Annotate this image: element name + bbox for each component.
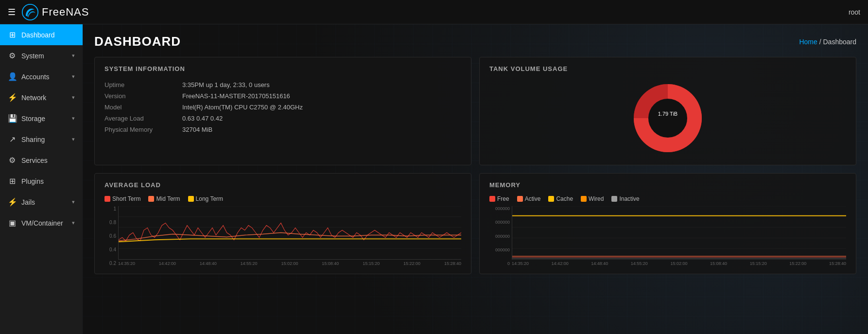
sidebar-label-plugins: Plugins bbox=[21, 177, 75, 185]
sidebar-label-vm: VM/Container bbox=[21, 219, 67, 227]
sidebar-label-storage: Storage bbox=[21, 115, 67, 123]
sysinfo-field-value: FreeNAS-11-MASTER-201705151616 bbox=[182, 90, 461, 102]
sidebar: ⊞ Dashboard ⚙ System ▾ 👤 Accounts ▾ ⚡ Ne… bbox=[0, 24, 83, 334]
sysinfo-row: Physical Memory32704 MiB bbox=[104, 124, 461, 135]
vm-icon: ▣ bbox=[8, 218, 17, 228]
sysinfo-table: Uptime3:35PM up 1 day, 2:33, 0 usersVers… bbox=[104, 79, 461, 135]
cards-grid: SYSTEM INFORMATION Uptime3:35PM up 1 day… bbox=[94, 57, 856, 274]
average-load-title: AVERAGE LOAD bbox=[104, 181, 461, 189]
legend-long-term: Long Term bbox=[188, 195, 223, 202]
inactive-label: Inactive bbox=[619, 195, 639, 202]
sidebar-item-services[interactable]: ⚙ Services bbox=[0, 150, 83, 171]
logo: FreeNAS bbox=[21, 3, 89, 21]
system-info-card: SYSTEM INFORMATION Uptime3:35PM up 1 day… bbox=[94, 57, 471, 165]
tank-volume-card: TANK VOLUME USAGE bbox=[479, 57, 856, 165]
avg-load-svg bbox=[119, 206, 461, 259]
sidebar-label-dashboard: Dashboard bbox=[21, 31, 75, 39]
svg-text:1.79 TiB: 1.79 TiB bbox=[658, 111, 677, 117]
avg-chart-with-labels: 1 0.8 0.6 0.4 0.2 bbox=[104, 206, 461, 266]
sysinfo-field-value: 32704 MiB bbox=[182, 124, 461, 135]
legend-cache: Cache bbox=[548, 195, 573, 202]
storage-icon: 💾 bbox=[8, 114, 17, 123]
active-label: Active bbox=[525, 195, 541, 202]
sysinfo-row: ModelIntel(R) Atom(TM) CPU C2750 @ 2.40G… bbox=[104, 102, 461, 113]
breadcrumb: Home / Dashboard bbox=[799, 38, 856, 46]
sidebar-item-network[interactable]: ⚡ Network ▾ bbox=[0, 87, 83, 108]
chevron-down-icon: ▾ bbox=[72, 220, 75, 226]
chevron-down-icon: ▾ bbox=[72, 53, 75, 59]
page-header: DASHBOARD Home / Dashboard bbox=[94, 34, 856, 49]
dashboard-icon: ⊞ bbox=[8, 30, 17, 39]
network-icon: ⚡ bbox=[8, 93, 17, 102]
legend-inactive: Inactive bbox=[611, 195, 639, 202]
sysinfo-field-label: Average Load bbox=[104, 113, 182, 124]
average-load-legend: Short Term Mid Term Long Term bbox=[104, 195, 461, 202]
sysinfo-field-label: Model bbox=[104, 102, 182, 113]
system-info-title: SYSTEM INFORMATION bbox=[104, 65, 461, 72]
sysinfo-field-label: Uptime bbox=[104, 79, 182, 90]
svg-point-2 bbox=[648, 99, 687, 138]
sidebar-item-sharing[interactable]: ↗ Sharing ▾ bbox=[0, 129, 83, 150]
cache-color bbox=[548, 196, 554, 202]
mem-chart-area-wrapper: 14:35:20 14:42:00 14:48:40 14:55:20 15:0… bbox=[512, 206, 846, 266]
sidebar-item-plugins[interactable]: ⊞ Plugins bbox=[0, 171, 83, 192]
mem-x-labels: 14:35:20 14:42:00 14:48:40 14:55:20 15:0… bbox=[512, 261, 846, 266]
sidebar-item-accounts[interactable]: 👤 Accounts ▾ bbox=[0, 66, 83, 87]
sysinfo-row: VersionFreeNAS-11-MASTER-201705151616 bbox=[104, 90, 461, 102]
legend-short-term: Short Term bbox=[104, 195, 140, 202]
avg-chart-area-wrapper: 14:35:20 14:42:00 14:48:40 14:55:20 15:0… bbox=[118, 206, 461, 266]
sysinfo-row: Uptime3:35PM up 1 day, 2:33, 0 users bbox=[104, 79, 461, 90]
sidebar-label-network: Network bbox=[21, 94, 67, 102]
sidebar-label-sharing: Sharing bbox=[21, 136, 67, 143]
avg-x-labels: 14:35:20 14:42:00 14:48:40 14:55:20 15:0… bbox=[118, 261, 461, 266]
chevron-down-icon: ▾ bbox=[72, 199, 75, 205]
sidebar-label-system: System bbox=[21, 52, 67, 60]
chevron-down-icon: ▾ bbox=[72, 115, 75, 122]
pie-chart: 1.79 TiB bbox=[626, 77, 709, 159]
svg-point-0 bbox=[22, 4, 38, 19]
sidebar-item-storage[interactable]: 💾 Storage ▾ bbox=[0, 108, 83, 129]
memory-legend: Free Active Cache Wired bbox=[489, 195, 846, 202]
long-term-color bbox=[188, 196, 194, 202]
breadcrumb-separator: / bbox=[819, 38, 823, 46]
short-term-label: Short Term bbox=[112, 195, 140, 202]
topbar-left: ☰ FreeNAS bbox=[8, 3, 89, 21]
average-load-card: AVERAGE LOAD Short Term Mid Term Long bbox=[94, 173, 471, 274]
content-inner: DASHBOARD Home / Dashboard SYSTEM INFORM… bbox=[83, 24, 868, 334]
avg-chart-area bbox=[118, 206, 461, 260]
topbar: ☰ FreeNAS root bbox=[0, 0, 868, 24]
jails-icon: ⚡ bbox=[8, 197, 17, 207]
legend-free: Free bbox=[489, 195, 509, 202]
mem-chart-area bbox=[512, 206, 846, 260]
logo-icon bbox=[21, 3, 39, 21]
topbar-user: root bbox=[849, 8, 860, 16]
chevron-down-icon: ▾ bbox=[72, 73, 75, 80]
services-icon: ⚙ bbox=[8, 156, 17, 165]
content-area: DASHBOARD Home / Dashboard SYSTEM INFORM… bbox=[83, 24, 868, 334]
avg-y-labels: 1 0.8 0.6 0.4 0.2 bbox=[104, 206, 118, 266]
sidebar-item-system[interactable]: ⚙ System ▾ bbox=[0, 45, 83, 66]
page-title: DASHBOARD bbox=[94, 34, 181, 49]
memory-card: MEMORY Free Active Cache bbox=[479, 173, 856, 274]
cache-label: Cache bbox=[556, 195, 573, 202]
sysinfo-row: Average Load0.63 0.47 0.42 bbox=[104, 113, 461, 124]
legend-wired: Wired bbox=[581, 195, 604, 202]
hamburger-icon[interactable]: ☰ bbox=[8, 7, 16, 18]
mem-chart-with-labels: 000000 000000 000000 000000 0 bbox=[489, 206, 846, 266]
plugins-icon: ⊞ bbox=[8, 176, 17, 186]
long-term-label: Long Term bbox=[196, 195, 223, 202]
sidebar-item-vm[interactable]: ▣ VM/Container ▾ bbox=[0, 212, 83, 233]
sysinfo-field-value: 3:35PM up 1 day, 2:33, 0 users bbox=[182, 79, 461, 90]
breadcrumb-home[interactable]: Home bbox=[799, 38, 817, 46]
sidebar-item-dashboard[interactable]: ⊞ Dashboard bbox=[0, 24, 83, 45]
short-term-color bbox=[104, 196, 110, 202]
chevron-down-icon: ▾ bbox=[72, 136, 75, 142]
sysinfo-field-value: Intel(R) Atom(TM) CPU C2750 @ 2.40GHz bbox=[182, 102, 461, 113]
active-color bbox=[517, 196, 523, 202]
pie-chart-container: 1.79 TiB bbox=[489, 79, 846, 157]
breadcrumb-current: Dashboard bbox=[823, 38, 857, 46]
memory-title: MEMORY bbox=[489, 181, 846, 189]
free-color bbox=[489, 196, 495, 202]
sidebar-item-jails[interactable]: ⚡ Jails ▾ bbox=[0, 192, 83, 212]
sysinfo-field-label: Version bbox=[104, 90, 182, 102]
